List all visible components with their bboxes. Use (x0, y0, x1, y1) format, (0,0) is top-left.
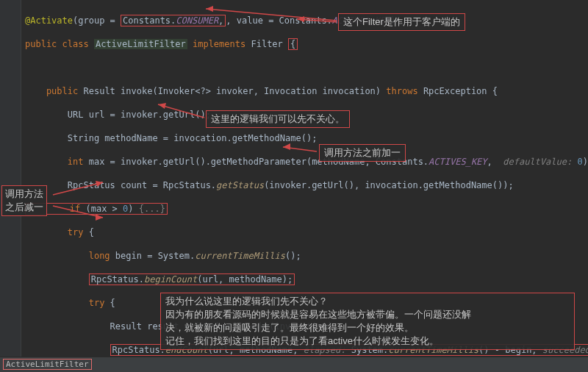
annotation-note: 这里的逻辑我们可以先不关心。 (206, 110, 350, 128)
code-line: public class ActiveLimitFilter implement… (25, 38, 584, 50)
code-line: long begin = System.currentTimeMillis(); (25, 250, 584, 262)
code-line: try { (25, 226, 584, 238)
code-line: RpcStatus count = RpcStatus.getStatus(in… (25, 179, 584, 191)
annotation-note: 调用方法 之后减一 (1, 185, 47, 216)
annotation-note: 这个Filter是作用于客户端的 (338, 13, 465, 31)
code-line: RpcStatus.beginCount(url, methodName); (25, 273, 584, 285)
annotation-note: 我为什么说这里的逻辑我们先不关心？ 因为有的朋友看源码的时候就是容易在这些地方被… (160, 293, 575, 350)
code-line: @Activate(group = Constants.CONSUMER,, v… (25, 15, 584, 26)
code-line: if (max > 0) {...} (25, 203, 584, 215)
breadcrumb-item[interactable]: ActiveLimitFilter (3, 359, 92, 370)
breadcrumb: ActiveLimitFilter (0, 357, 588, 372)
code-line: String methodName = invocation.getMethod… (25, 132, 584, 144)
code-line: public Result invoke(Invoker<?> invoker,… (25, 85, 584, 97)
code-line (25, 62, 584, 74)
code-line: int max = invoker.getUrl().getMethodPara… (25, 156, 584, 168)
annotation-note: 调用方法之前加一 (319, 144, 406, 162)
